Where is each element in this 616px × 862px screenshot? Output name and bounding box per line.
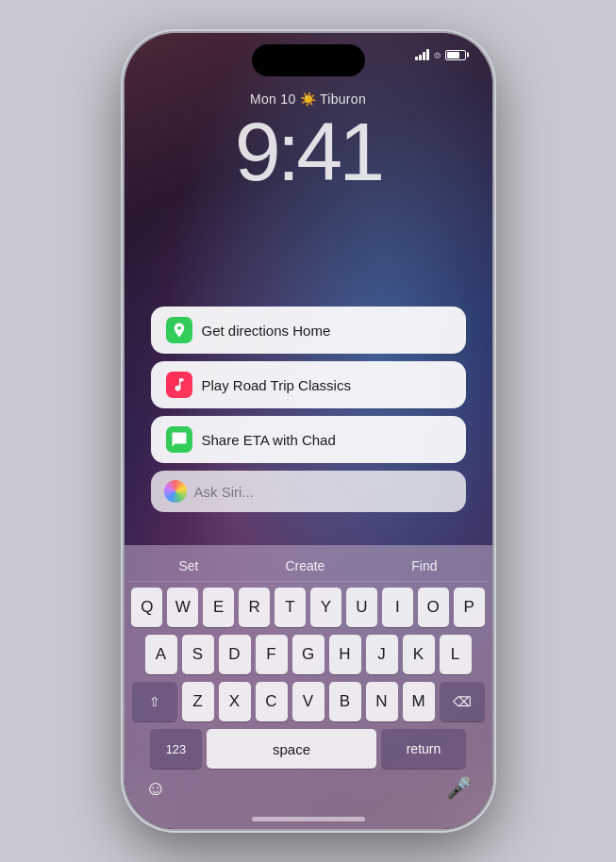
kb-row-3: ⇧ Z X C V B N M ⌫ xyxy=(132,682,485,721)
music-icon xyxy=(166,372,192,398)
time-display: 9:41 xyxy=(125,110,492,193)
key-j[interactable]: J xyxy=(366,635,398,674)
siri-orb-icon xyxy=(164,480,187,503)
mic-icon[interactable]: 🎤 xyxy=(435,776,483,801)
key-f[interactable]: F xyxy=(256,635,288,674)
key-123[interactable]: 123 xyxy=(150,729,202,769)
key-m[interactable]: M xyxy=(403,682,435,721)
home-indicator xyxy=(252,817,365,821)
suggestion-directions[interactable]: Get directions Home xyxy=(151,307,466,354)
suggestions-area: Get directions Home Play Road Trip Class… xyxy=(151,307,466,512)
key-d[interactable]: D xyxy=(219,635,251,674)
key-b[interactable]: B xyxy=(329,682,361,721)
phone-frame: ⌾ Mon 10 ☀️ Tiburon 9:41 Get directions … xyxy=(125,33,492,829)
key-k[interactable]: K xyxy=(403,635,435,674)
kb-suggestion-1[interactable]: Create xyxy=(285,558,325,573)
suggestion-music-text: Play Road Trip Classics xyxy=(202,377,351,393)
keyboard-keys: Q W E R T Y U I O P A S D F G H J K xyxy=(128,588,489,769)
key-u[interactable]: U xyxy=(346,588,377,627)
key-q[interactable]: Q xyxy=(131,588,162,627)
key-l[interactable]: L xyxy=(440,635,472,674)
key-z[interactable]: Z xyxy=(182,682,214,721)
key-e[interactable]: E xyxy=(203,588,234,627)
kb-row-1: Q W E R T Y U I O P xyxy=(132,588,485,627)
kb-bottom-row: ☺ 🎤 xyxy=(128,776,489,801)
suggestion-directions-text: Get directions Home xyxy=(202,323,331,339)
kb-suggestion-0[interactable]: Set xyxy=(178,558,198,573)
key-s[interactable]: S xyxy=(182,635,214,674)
key-i[interactable]: I xyxy=(382,588,413,627)
messages-icon xyxy=(166,426,192,453)
key-p[interactable]: P xyxy=(454,588,485,627)
key-x[interactable]: X xyxy=(219,682,251,721)
kb-suggestion-2[interactable]: Find xyxy=(411,558,437,573)
key-a[interactable]: A xyxy=(145,635,177,674)
key-o[interactable]: O xyxy=(418,588,449,627)
suggestion-music[interactable]: Play Road Trip Classics xyxy=(151,361,466,408)
dynamic-island xyxy=(252,44,365,76)
key-y[interactable]: Y xyxy=(310,588,341,627)
key-backspace[interactable]: ⌫ xyxy=(440,682,485,721)
key-return[interactable]: return xyxy=(381,729,466,769)
key-c[interactable]: C xyxy=(256,682,288,721)
kb-row-4: 123 space return xyxy=(132,729,485,769)
keyboard-area: Set Create Find Q W E R T Y U I O P A S xyxy=(125,545,492,829)
key-r[interactable]: R xyxy=(239,588,270,627)
key-h[interactable]: H xyxy=(329,635,361,674)
key-space[interactable]: space xyxy=(207,729,376,769)
key-w[interactable]: W xyxy=(167,588,198,627)
status-right: ⌾ xyxy=(415,48,466,61)
suggestion-messages[interactable]: Share ETA with Chad xyxy=(151,416,466,463)
battery-icon xyxy=(445,50,466,60)
key-g[interactable]: G xyxy=(292,635,325,674)
wifi-icon: ⌾ xyxy=(434,48,441,61)
suggestion-messages-text: Share ETA with Chad xyxy=(202,432,336,448)
kb-row-2: A S D F G H J K L xyxy=(132,635,485,674)
keyboard-suggestions-row: Set Create Find xyxy=(128,553,489,582)
siri-placeholder: Ask Siri... xyxy=(194,484,254,500)
key-t[interactable]: T xyxy=(275,588,306,627)
signal-bars-icon xyxy=(415,49,429,60)
clock-area: Mon 10 ☀️ Tiburon 9:41 xyxy=(125,91,492,193)
key-shift[interactable]: ⇧ xyxy=(132,682,177,721)
siri-input[interactable]: Ask Siri... xyxy=(151,471,466,512)
maps-icon xyxy=(166,317,192,343)
emoji-icon[interactable]: ☺ xyxy=(134,776,177,801)
key-v[interactable]: V xyxy=(292,682,325,721)
key-n[interactable]: N xyxy=(366,682,398,721)
